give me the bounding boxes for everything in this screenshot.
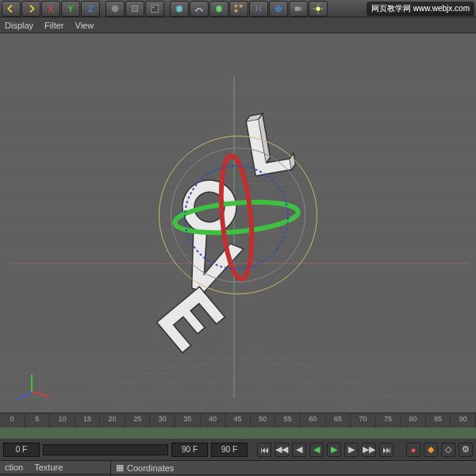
key-button[interactable]: ◇ xyxy=(441,443,455,457)
coordinates-title: Coordinates xyxy=(127,463,174,473)
axis-y-button[interactable]: Y xyxy=(61,1,80,17)
viewport-3d[interactable] xyxy=(0,33,476,413)
tick: 65 xyxy=(326,413,351,428)
next-frame-button[interactable]: ▶ xyxy=(344,443,359,457)
tab-texture[interactable]: Texture xyxy=(34,463,63,472)
cube-primitive-button[interactable] xyxy=(170,1,189,17)
tick: 45 xyxy=(225,413,251,428)
prev-frame-button[interactable]: ◀ xyxy=(292,443,306,457)
axis-x-button[interactable]: X xyxy=(41,1,60,17)
svg-rect-5 xyxy=(240,4,243,7)
bottom-panels: ction Texture ▦ Coordinates Position Siz… xyxy=(0,460,476,476)
environment-button[interactable] xyxy=(269,1,288,17)
svg-rect-8 xyxy=(295,6,301,10)
render-button[interactable] xyxy=(106,1,125,17)
spline-button[interactable] xyxy=(190,1,209,17)
svg-rect-2 xyxy=(152,5,159,12)
tick: 80 xyxy=(401,413,426,428)
record-button[interactable]: ● xyxy=(406,443,420,457)
tick: 75 xyxy=(376,413,401,428)
options-button[interactable]: ⚙ xyxy=(459,443,473,457)
light-button[interactable] xyxy=(309,1,328,17)
tick: 85 xyxy=(426,413,451,428)
deformer-button[interactable] xyxy=(249,1,268,17)
render-region-button[interactable] xyxy=(125,1,144,17)
tick: 20 xyxy=(100,413,125,428)
svg-line-38 xyxy=(17,392,32,400)
redo-button[interactable] xyxy=(21,1,40,17)
tick: 25 xyxy=(125,413,151,428)
svg-point-7 xyxy=(275,5,282,12)
watermark: 网页教学网 www.webjx.com xyxy=(367,2,474,16)
svg-rect-4 xyxy=(235,4,238,7)
timeline-scrubber[interactable] xyxy=(0,428,476,439)
svg-point-0 xyxy=(112,5,119,12)
tick: 70 xyxy=(351,413,376,428)
range-slider[interactable] xyxy=(43,444,168,455)
svg-point-9 xyxy=(316,6,320,10)
array-button[interactable] xyxy=(229,1,248,17)
tick: 5 xyxy=(25,413,51,428)
tab-function[interactable]: ction xyxy=(5,463,23,472)
timeline[interactable]: 0 5 10 15 20 25 30 35 40 45 50 55 60 65 … xyxy=(0,413,476,438)
svg-line-15 xyxy=(40,355,202,413)
gizmo-inner-circle[interactable] xyxy=(171,148,305,282)
svg-rect-3 xyxy=(152,6,154,8)
tick: 35 xyxy=(175,413,201,428)
tick: 15 xyxy=(75,413,101,428)
svg-rect-1 xyxy=(132,6,138,11)
axis-indicator xyxy=(17,374,49,400)
goto-end-button[interactable]: ⏭ xyxy=(379,443,393,457)
menu-display[interactable]: Display xyxy=(5,21,33,30)
start-frame-input[interactable] xyxy=(3,443,40,457)
menu-filter[interactable]: Filter xyxy=(44,21,63,30)
end-frame-input[interactable] xyxy=(211,443,248,457)
svg-line-20 xyxy=(274,355,436,413)
play-forward-button[interactable]: ▶ xyxy=(327,443,341,457)
tick: 10 xyxy=(50,413,75,428)
current-frame-input[interactable] xyxy=(171,443,208,457)
render-settings-button[interactable] xyxy=(145,1,164,17)
goto-start-button[interactable]: ⏮ xyxy=(257,443,271,457)
tick: 30 xyxy=(150,413,175,428)
playback-controls: ⏮ ◀◀ ◀ ◀ ▶ ▶ ▶▶ ⏭ ● ◆ ◇ ⚙ xyxy=(0,438,476,460)
viewport-menubar: Display Filter View xyxy=(0,17,476,33)
autokey-button[interactable]: ◆ xyxy=(424,443,438,457)
next-key-button[interactable]: ▶▶ xyxy=(362,443,376,457)
prev-key-button[interactable]: ◀◀ xyxy=(274,443,289,457)
camera-button[interactable] xyxy=(289,1,308,17)
undo-button[interactable] xyxy=(2,1,21,17)
nurbs-button[interactable] xyxy=(209,1,228,17)
tick: 60 xyxy=(301,413,326,428)
svg-line-36 xyxy=(32,392,49,397)
timeline-ruler[interactable]: 0 5 10 15 20 25 30 35 40 45 50 55 60 65 … xyxy=(0,413,476,428)
coordinates-panel: ▦ Coordinates Position Size X -36.649 m … xyxy=(111,461,476,476)
menu-view[interactable]: View xyxy=(75,21,94,30)
tick: 0 xyxy=(0,413,25,428)
tick: 40 xyxy=(201,413,226,428)
axis-z-button[interactable]: Z xyxy=(81,1,100,17)
grid-icon: ▦ xyxy=(116,463,124,473)
tick: 55 xyxy=(275,413,301,428)
tick: 90 xyxy=(451,413,476,428)
material-panel: ction Texture xyxy=(0,461,111,476)
tick: 50 xyxy=(251,413,276,428)
play-back-button[interactable]: ◀ xyxy=(309,443,324,457)
svg-rect-6 xyxy=(235,9,238,12)
